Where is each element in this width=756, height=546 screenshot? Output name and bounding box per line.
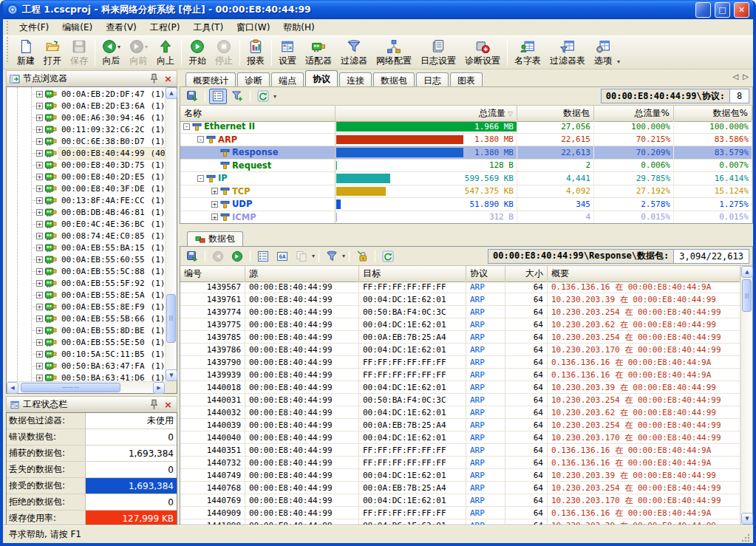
expand-icon[interactable]: + [211,214,218,220]
expand-icon[interactable]: + [36,126,43,133]
toolbar-button-adapter[interactable]: 适配器 [301,37,336,68]
scroll-left-icon[interactable]: ◀ [7,382,18,394]
refresh-icon[interactable] [254,89,272,104]
expand-icon[interactable]: + [36,280,43,287]
packet-row[interactable]: 143979000:00:E8:40:44:99FF:FF:FF:FF:FF:F… [180,356,740,369]
expand-icon[interactable]: + [36,363,43,369]
expand-icon[interactable]: + [211,201,218,208]
copy-icon-dd[interactable] [293,248,310,264]
toolbar-button-network-config[interactable]: 网络配置 [372,37,416,68]
expand-icon[interactable]: + [36,197,43,204]
scroll-up-icon[interactable]: ▲ [166,87,177,99]
packet-row[interactable]: 144073200:00:E8:40:44:99FF:FF:FF:FF:FF:F… [180,457,740,469]
dropdown-arrow-icon[interactable]: ▾ [342,253,345,259]
tree-item[interactable]: +00:50:BA:63:47:FA(1) [7,360,165,372]
menu-item[interactable]: 查看(V) [99,19,143,36]
packet-row[interactable]: 144003900:00:E8:40:44:9900:0A:EB:7B:25:A… [180,419,740,431]
packet-row[interactable]: 143978500:00:E8:40:44:9900:0A:EB:7B:25:A… [180,331,740,344]
toolbar-button-log-settings[interactable]: 日志设置 [416,37,460,68]
scroll-thumb[interactable] [21,383,120,392]
protocol-row[interactable]: Response1.380 MB22,61370.209%83.579% [180,146,752,160]
scroll-down-icon[interactable]: ▼ [166,369,177,381]
protocol-row[interactable]: +TCP547.375 KB4,09227.192%15.124% [180,185,752,199]
expand-icon[interactable]: + [36,351,43,358]
protocol-column-header[interactable]: 数据包 [517,106,594,122]
scroll-track[interactable] [166,99,177,369]
collapse-icon[interactable]: - [197,175,204,182]
node-tree-vertical-scrollbar[interactable]: ▲ ▼ [165,87,177,381]
expand-icon[interactable]: + [36,91,43,98]
packet-row[interactable]: 144076900:00:E8:40:44:9900:04:DC:1E:62:0… [180,494,740,507]
tab-packets[interactable]: 数据包 [187,231,243,246]
packet-column-header[interactable]: 源 [245,266,359,282]
tree-item[interactable]: +00:0A:EB:55:5F:92(1) [7,277,165,289]
panel-close-icon[interactable]: × [163,399,174,410]
packet-column-header[interactable]: 编号 [180,266,245,282]
menu-item[interactable]: 工程(P) [143,19,187,36]
expand-icon[interactable]: + [36,174,43,180]
scroll-up-icon[interactable]: ▲ [741,266,753,278]
expand-icon[interactable]: + [211,188,218,194]
packet-column-header[interactable]: 概要 [548,266,740,282]
tree-item[interactable]: +00:0C:6E:38:B0:D7(1) [7,135,165,147]
toolbar-button-open-folder[interactable]: 打开 [39,37,66,68]
main-tab[interactable]: 协议 [305,70,338,86]
export-icon[interactable] [183,89,201,104]
minimize-button[interactable]: _ [695,2,711,18]
main-tab[interactable]: 数据包 [373,72,415,86]
toolbar-button-diagnosis-settings[interactable]: 诊断设置 [460,37,505,68]
close-button[interactable]: ✕ [734,2,749,18]
menu-grip[interactable] [7,21,10,34]
export-icon[interactable] [183,248,201,264]
main-tab[interactable]: 图表 [450,72,483,86]
expand-icon[interactable]: + [36,268,43,275]
toolbar-button-report[interactable]: 报表 [242,37,269,68]
hex-view-icon[interactable]: 6A [273,248,291,264]
toolbar-button-back[interactable]: ▾向后 [98,37,125,68]
main-tab[interactable]: 日志 [416,72,449,86]
protocol-row[interactable]: -IP599.569 KB4,44129.785%16.414% [180,172,752,185]
dropdown-arrow-icon[interactable]: ▾ [145,44,148,50]
refresh-icon[interactable] [379,248,397,264]
tree-item[interactable]: +00:08:74:4E:C0:85(1) [7,230,165,242]
expand-icon[interactable]: + [36,327,43,334]
tree-item[interactable]: +00:13:8F:4A:FE:CC(1) [7,194,165,206]
toolbar-button-new-document[interactable]: 新建 [13,37,39,68]
menu-item[interactable]: 文件(F) [13,19,55,36]
menu-item[interactable]: 工具(T) [186,19,230,36]
tab-scroll-right-icon[interactable]: ▷ [743,72,749,81]
dropdown-arrow-icon[interactable]: ▾ [312,253,315,259]
tree-item[interactable]: +00:0A:EB:55:5B:66(1) [7,313,165,324]
protocol-column-header[interactable]: 名称 [180,106,336,122]
back-disabled-icon[interactable] [209,248,227,264]
tree-item[interactable]: +00:0A:EB:2D:DF:47(1) [7,88,165,100]
main-tab[interactable]: 端点 [271,72,304,86]
pin-icon[interactable] [149,399,160,410]
expand-icon[interactable]: + [36,292,43,298]
tab-scroll-left-icon[interactable]: ◁ [733,72,739,81]
tree-item[interactable]: +00:00:E8:40:44:99(40) [7,147,165,159]
toolbar-button-up-arrow[interactable]: 向上 [152,37,179,68]
tree-item[interactable]: +00:0A:EB:55:5C:88(1) [7,265,165,277]
packet-row[interactable]: 144189800:00:E8:40:44:9900:04:DC:1E:62:0… [180,519,740,525]
forward-icon[interactable] [228,248,246,264]
expand-icon[interactable]: + [36,256,43,263]
expand-icon[interactable]: + [36,115,43,121]
packet-row[interactable]: 144003100:00:E8:40:44:9900:50:BA:F4:0C:3… [180,394,740,406]
dropdown-arrow-icon[interactable]: ▾ [118,44,120,50]
packet-row[interactable]: 144035100:00:E8:40:44:99FF:FF:FF:FF:FF:F… [180,444,740,457]
menu-item[interactable]: 窗口(W) [230,19,276,36]
expand-icon[interactable]: + [36,315,43,322]
expand-icon[interactable]: + [36,209,43,216]
expand-icon[interactable]: + [36,103,43,109]
protocol-row[interactable]: +UDP51.890 KB3452.578%1.275% [180,198,752,211]
packet-vertical-scrollbar[interactable]: ▲ ▼ [740,266,752,525]
expand-icon[interactable]: + [36,138,43,145]
tree-item[interactable]: +00:10:5A:5C:11:B5(1) [7,348,165,360]
details-list-icon[interactable] [254,248,272,264]
tree-item[interactable]: +00:00:E8:40:3F:DE(1) [7,182,165,194]
protocol-row[interactable]: -Ethernet II1.966 MB27,056100.000%100.00… [180,120,752,134]
collapse-icon[interactable]: - [197,136,204,143]
packet-row[interactable]: 143956700:00:E8:40:44:99FF:FF:FF:FF:FF:F… [180,281,740,293]
packet-row[interactable]: 144090900:00:E8:40:44:99FF:FF:FF:FF:FF:F… [180,507,740,519]
